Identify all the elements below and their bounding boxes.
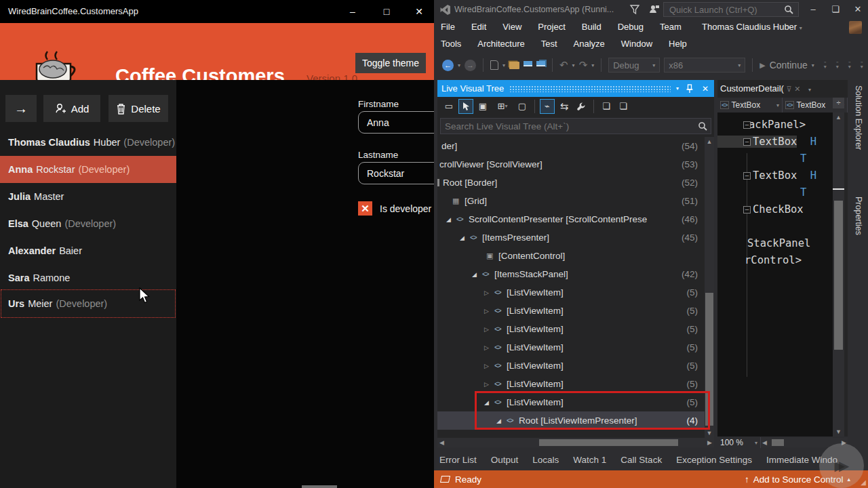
tab-exception-settings[interactable]: Exception Settings	[676, 455, 752, 465]
code-line[interactable]: – TextBox H	[717, 134, 833, 150]
scrollbar-thumb[interactable]	[834, 201, 843, 350]
close-icon[interactable]: ✕	[794, 85, 800, 93]
editor-zoom-dropdown[interactable]: 100 % ▾	[717, 437, 761, 448]
tab-locals[interactable]: Locals	[532, 455, 559, 465]
scroll-right-icon[interactable]: ▶	[707, 438, 712, 447]
menu-analyze[interactable]: Analyze	[574, 39, 605, 49]
search-icon[interactable]	[784, 5, 793, 14]
add-customer-button[interactable]: Add	[43, 95, 100, 122]
feedback-person-icon[interactable]	[648, 3, 660, 15]
customer-list-item[interactable]: Thomas Claudius Huber (Developer)	[0, 129, 176, 156]
tab-watch-1[interactable]: Watch 1	[573, 455, 606, 465]
menu-help[interactable]: Help	[669, 39, 687, 49]
navigate-back-icon[interactable]: ←	[442, 60, 454, 71]
scrollbar-thumb[interactable]	[539, 439, 678, 446]
chevron-down-icon[interactable]: ▾	[812, 62, 814, 68]
fold-collapse-icon[interactable]: –	[743, 206, 751, 214]
track-focused-element-icon[interactable]: ⊞▾	[492, 99, 513, 114]
sync-selection-icon[interactable]: ⇆	[557, 99, 572, 114]
app-close-button[interactable]: ✕	[409, 3, 429, 20]
tab-call-stack[interactable]: Call Stack	[620, 455, 662, 465]
tree-row[interactable]: ◢ <> ScrollContentPresenter [ScrollConte…	[437, 210, 705, 228]
is-developer-checkbox[interactable]: ✕	[358, 201, 372, 216]
menu-edit[interactable]: Edit	[471, 22, 486, 32]
code-line[interactable]: – CheckBox	[717, 201, 833, 218]
expander-expanded-icon[interactable]: ◢	[460, 235, 470, 241]
tree-row[interactable]: Root [Border] (52)	[437, 174, 705, 192]
code-line[interactable]: rControl>	[717, 252, 833, 269]
pin-icon[interactable]	[686, 84, 694, 94]
live-visual-tree-header[interactable]: Live Visual Tree ▾ ✕	[437, 80, 714, 97]
menu-build[interactable]: Build	[582, 22, 601, 32]
expander-collapsed-icon[interactable]: ▷	[484, 363, 494, 369]
display-adorners-icon[interactable]: ▣	[475, 99, 490, 114]
chevron-down-icon[interactable]: ▾	[808, 87, 811, 93]
breadcrumb-element-dropdown[interactable]: <> TextBox ▾	[717, 98, 783, 113]
preview-selection-icon[interactable]: ⌁	[540, 99, 555, 114]
toggle-theme-button[interactable]: Toggle theme	[355, 53, 426, 73]
tree-row[interactable]: crollViewer [ScrollViewer] (53)	[437, 155, 705, 174]
chevron-down-icon[interactable]: ▾	[572, 62, 575, 68]
toolbar-overflow-icon[interactable]: ''▾	[836, 62, 839, 68]
delete-customer-button[interactable]: Delete	[108, 95, 168, 122]
menu-test[interactable]: Test	[541, 39, 557, 49]
tree-row[interactable]: ◢ <> [ItemsStackPanel] (42)	[437, 265, 705, 283]
scroll-down-icon[interactable]: ▼	[833, 427, 844, 436]
expander-collapsed-icon[interactable]: ▷	[484, 308, 494, 314]
chevron-down-icon[interactable]: ▾	[458, 62, 460, 68]
window-position-icon[interactable]: ▾	[676, 85, 679, 92]
tree-row[interactable]: ▷ <> [ListViewItem] (5)	[437, 375, 705, 393]
expander-collapsed-icon[interactable]: ▷	[484, 289, 494, 296]
close-icon[interactable]: ✕	[702, 84, 709, 94]
tree-row[interactable]: ▷ <> [ListViewItem] (5)	[437, 338, 705, 357]
select-scope-icon[interactable]: ▢	[515, 99, 530, 114]
customer-list-item[interactable]: Alexander Baier	[0, 237, 176, 264]
navigate-forward-icon[interactable]: →	[465, 60, 476, 71]
wrench-settings-icon[interactable]	[574, 99, 589, 114]
scroll-up-icon[interactable]: ▲	[833, 113, 844, 122]
menu-team[interactable]: Team	[660, 22, 682, 32]
scroll-left-icon[interactable]: ◀	[762, 438, 767, 447]
code-line[interactable]: – ackPanel>	[717, 117, 833, 134]
customer-list-item[interactable]: Elsa Queen (Developer)	[0, 210, 176, 237]
redo-icon[interactable]: ↷	[579, 59, 588, 71]
open-file-icon[interactable]	[509, 62, 519, 69]
video-player-overlay[interactable]: ▶▶	[819, 443, 864, 488]
resize-grip-icon[interactable]: ◢	[861, 479, 866, 486]
menu-project[interactable]: Project	[538, 22, 565, 32]
app-titlebar[interactable]: WiredBrainCoffee.CustomersApp – □ ✕	[0, 0, 434, 23]
live-visual-tree-search-input[interactable]	[440, 118, 711, 134]
select-element-icon[interactable]	[458, 99, 473, 114]
account-name[interactable]: Thomas Claudius Huber ▾	[702, 22, 802, 32]
toolbar-overflow-icon[interactable]: ''▾	[848, 62, 851, 68]
save-icon[interactable]	[524, 61, 532, 70]
tab-properties[interactable]: Properties	[854, 197, 863, 235]
notifications-funnel-icon[interactable]	[629, 4, 640, 15]
tree-row[interactable]: ▦ [Grid] (51)	[437, 192, 705, 210]
save-all-icon[interactable]	[536, 61, 545, 70]
expander-expanded-icon[interactable]: ◢	[446, 216, 456, 223]
fold-collapse-icon[interactable]: –	[743, 138, 751, 146]
quick-launch-input[interactable]	[663, 2, 799, 17]
solution-config-dropdown[interactable]: Debug ▾	[608, 58, 660, 73]
toolbar-overflow-icon[interactable]: ''▾	[824, 62, 827, 68]
keep-open-icon[interactable]: ⊽	[787, 85, 792, 93]
chevron-down-icon[interactable]: ▾	[502, 62, 505, 68]
tree-row[interactable]: der] (54)	[437, 137, 705, 155]
app-maximize-button[interactable]: □	[376, 3, 397, 20]
undo-icon[interactable]: ↶	[559, 59, 568, 71]
menu-file[interactable]: File	[441, 22, 455, 32]
tree-row[interactable]: ▷ <> [ListViewItem] (5)	[437, 320, 705, 338]
code-area[interactable]: – ackPanel> – TextBox H T – TextBox H T …	[717, 113, 833, 436]
account-avatar[interactable]	[849, 21, 862, 34]
tab-output[interactable]: Output	[491, 455, 519, 465]
menu-window[interactable]: Window	[621, 39, 652, 49]
tree-row[interactable]: ▣ [ContentControl]	[437, 247, 705, 265]
menu-view[interactable]: View	[502, 22, 521, 32]
vs-minimize-button[interactable]: –	[804, 2, 823, 17]
document-tab[interactable]: CustomerDetail( ⊽ ✕ ▾	[720, 83, 811, 94]
scroll-down-icon[interactable]: ▼	[705, 428, 714, 438]
continue-play-icon[interactable]: ▶	[760, 61, 765, 70]
code-line[interactable]: T	[717, 184, 833, 201]
tab-solution-explorer[interactable]: Solution Explorer	[854, 85, 863, 150]
